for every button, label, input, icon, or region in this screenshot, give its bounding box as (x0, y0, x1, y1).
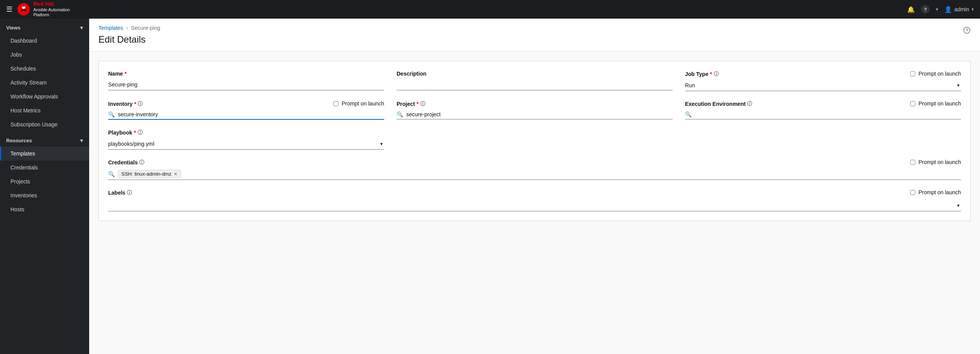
credentials-input-area: 🔍 SSH: linux-admin-dmz ✕ (108, 168, 961, 180)
labels-help-icon[interactable]: ⓘ (127, 189, 132, 196)
main-content: Templates › Secure-ping Edit Details Nam… (89, 19, 980, 354)
name-required-indicator: * (124, 71, 126, 77)
credentials-prompt-checkbox[interactable] (910, 160, 915, 165)
labels-select-wrapper: ▾ (108, 200, 961, 211)
page-header: Templates › Secure-ping Edit Details (89, 19, 980, 52)
playbook-select[interactable]: playbooks/ping.yml (108, 138, 384, 149)
job-type-select-wrapper: Run Check ▾ (685, 80, 961, 91)
form-area: Name * Description Job Type (89, 52, 980, 354)
redhat-logo-icon (17, 3, 30, 16)
sidebar-item-schedules[interactable]: Schedules (0, 62, 89, 76)
job-type-select[interactable]: Run Check (685, 80, 961, 91)
form-card: Name * Description Job Type (98, 61, 971, 221)
labels-prompt-label: Prompt on launch (910, 189, 961, 195)
labels-label: Labels ⓘ (108, 189, 961, 196)
execution-env-prompt-checkbox[interactable] (910, 101, 915, 106)
inventory-prompt-checkbox[interactable] (333, 101, 338, 106)
form-grid: Name * Description Job Type (108, 71, 961, 211)
resources-label: Resources (6, 138, 32, 143)
sidebar-item-templates[interactable]: Templates (0, 147, 89, 161)
description-label: Description (397, 71, 673, 77)
execution-env-prompt-label: Prompt on launch (910, 100, 961, 107)
spacer-row3-col3 (685, 129, 961, 150)
notification-icon[interactable]: 🔔 (907, 6, 915, 13)
credential-remove-button[interactable]: ✕ (174, 171, 178, 177)
sidebar-item-activity-stream[interactable]: Activity Stream (0, 76, 89, 90)
top-navigation: ☰ Red Hat Ansible AutomationPlatform 🔔 ?… (0, 0, 980, 19)
name-input[interactable] (108, 79, 384, 90)
views-label: Views (6, 25, 21, 31)
inventory-input[interactable] (118, 111, 384, 117)
credentials-search-icon[interactable]: 🔍 (108, 171, 115, 177)
project-field: Project * ⓘ 🔍 (397, 100, 673, 120)
inventory-help-icon[interactable]: ⓘ (138, 100, 143, 107)
help-icon[interactable]: ? (921, 5, 930, 14)
sidebar-item-hosts[interactable]: Hosts (0, 202, 89, 216)
job-type-prompt-label: Prompt on launch (910, 71, 961, 77)
breadcrumb-templates-link[interactable]: Templates (98, 25, 123, 31)
name-field: Name * (108, 71, 384, 91)
resources-chevron-icon: ▾ (80, 138, 83, 143)
credentials-field: Credentials ⓘ Prompt on launch 🔍 SSH: li… (108, 159, 961, 180)
credentials-label: Credentials ⓘ (108, 159, 961, 166)
inventory-search-icon[interactable]: 🔍 (108, 111, 115, 117)
history-icon (963, 26, 971, 34)
spacer-row3-col2 (397, 129, 673, 150)
sidebar-item-credentials[interactable]: Credentials (0, 161, 89, 174)
credentials-help-icon[interactable]: ⓘ (139, 159, 144, 166)
credential-tag-text: SSH: linux-admin-dmz (121, 171, 171, 177)
inventory-field: Inventory * ⓘ Prompt on launch 🔍 (108, 100, 384, 120)
views-section-header[interactable]: Views ▾ (0, 19, 89, 34)
user-icon: 👤 (944, 6, 952, 13)
labels-prompt-checkbox[interactable] (910, 190, 915, 195)
inventory-prompt-label: Prompt on launch (333, 100, 384, 107)
execution-env-search-icon[interactable]: 🔍 (685, 111, 692, 117)
help-dropdown-icon[interactable]: ▾ (936, 7, 938, 12)
execution-env-field: Execution Environment ⓘ Prompt on launch… (685, 100, 961, 120)
breadcrumb-separator-icon: › (126, 25, 128, 31)
labels-select[interactable] (108, 200, 961, 211)
breadcrumb: Templates › Secure-ping (98, 25, 971, 31)
inventory-required: * (134, 101, 136, 107)
playbook-select-wrapper: playbooks/ping.yml ▾ (108, 138, 384, 150)
sidebar-item-dashboard[interactable]: Dashboard (0, 34, 89, 48)
project-help-icon[interactable]: ⓘ (420, 100, 425, 107)
playbook-help-icon[interactable]: ⓘ (138, 129, 143, 136)
execution-env-help-icon[interactable]: ⓘ (747, 100, 752, 107)
sidebar-item-subscription-usage[interactable]: Subscription Usage (0, 117, 89, 131)
sidebar-item-host-metrics[interactable]: Host Metrics (0, 104, 89, 117)
playbook-field: Playbook * ⓘ playbooks/ping.yml ▾ (108, 129, 384, 150)
page-title: Edit Details (98, 34, 971, 51)
project-required: * (416, 101, 418, 107)
job-type-help-icon[interactable]: ⓘ (714, 71, 719, 78)
playbook-required: * (134, 130, 136, 136)
description-input[interactable] (397, 79, 673, 90)
brand-logo: Red Hat Ansible AutomationPlatform (17, 1, 70, 17)
user-dropdown-icon: ▾ (971, 7, 974, 12)
hamburger-icon[interactable]: ☰ (6, 5, 12, 14)
execution-env-input[interactable] (695, 111, 961, 117)
user-menu[interactable]: 👤 admin ▾ (944, 6, 974, 13)
history-button[interactable] (963, 26, 971, 36)
execution-env-search-wrapper: 🔍 (685, 110, 961, 119)
playbook-label: Playbook * ⓘ (108, 129, 384, 136)
credential-tag: SSH: linux-admin-dmz ✕ (118, 170, 181, 178)
breadcrumb-current: Secure-ping (131, 25, 160, 31)
job-type-field: Job Type * ⓘ Prompt on launch Run Check (685, 71, 961, 91)
name-label: Name * (108, 71, 384, 77)
sidebar-item-jobs[interactable]: Jobs (0, 48, 89, 62)
project-input[interactable] (406, 111, 673, 117)
resources-section-header[interactable]: Resources ▾ (0, 131, 89, 147)
sidebar: Views ▾ Dashboard Jobs Schedules Activit… (0, 19, 89, 354)
project-search-icon[interactable]: 🔍 (397, 111, 403, 117)
job-type-required: * (710, 71, 712, 77)
username-label: admin (954, 6, 969, 12)
views-chevron-icon: ▾ (80, 25, 83, 31)
project-label: Project * ⓘ (397, 100, 673, 107)
sidebar-item-inventories[interactable]: Inventories (0, 188, 89, 202)
brand-text: Red Hat Ansible AutomationPlatform (33, 1, 70, 17)
description-field: Description (397, 71, 673, 91)
sidebar-item-workflow-approvals[interactable]: Workflow Approvals (0, 90, 89, 104)
job-type-prompt-checkbox[interactable] (910, 71, 915, 76)
sidebar-item-projects[interactable]: Projects (0, 174, 89, 188)
